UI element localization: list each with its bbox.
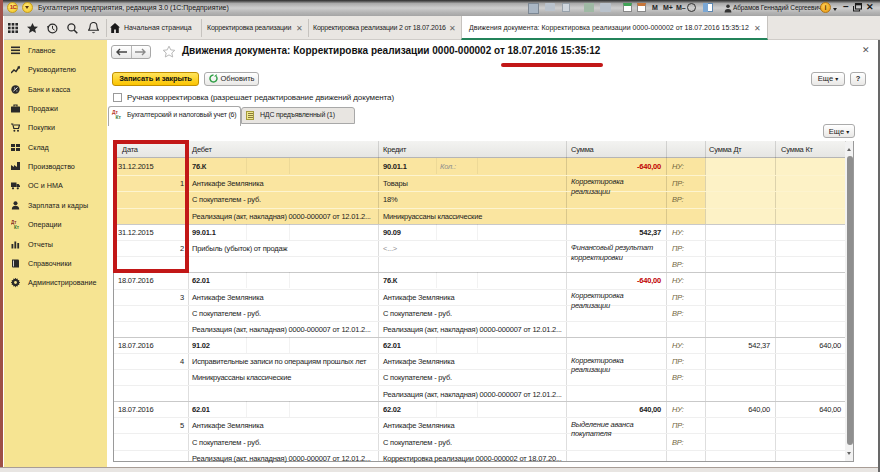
svg-text:Кт: Кт [14,225,20,230]
